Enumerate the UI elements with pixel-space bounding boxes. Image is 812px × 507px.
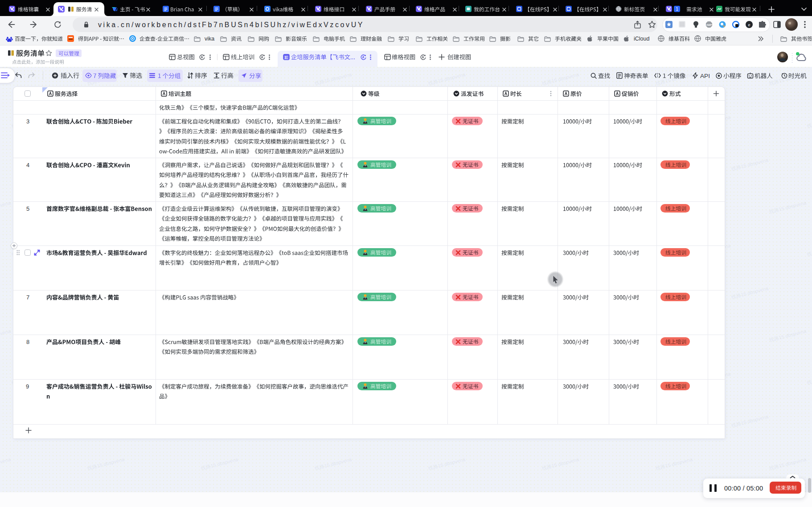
svg-text:e: e	[748, 22, 750, 27]
svg-text:ABP: ABP	[706, 24, 712, 26]
svg-text:1: 1	[676, 7, 678, 12]
